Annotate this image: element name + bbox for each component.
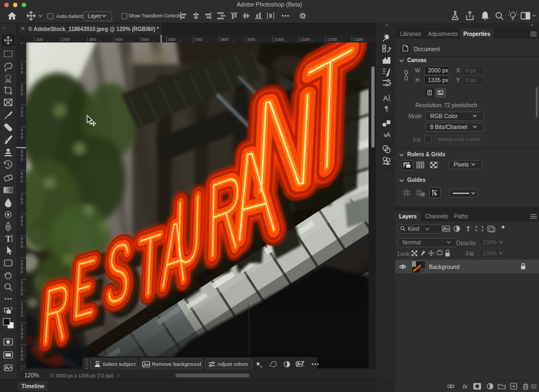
svg-text:0: 0 [21, 70, 23, 75]
svg-text:600: 600 [168, 37, 176, 42]
svg-text:fx: fx [463, 383, 468, 390]
svg-text:0: 0 [21, 200, 23, 205]
svg-text:Adjust colors: Adjust colors [217, 361, 248, 367]
svg-text:T: T [466, 225, 470, 233]
svg-text:900: 900 [248, 37, 255, 42]
svg-text:0: 0 [21, 270, 23, 274]
svg-text:1100: 1100 [301, 37, 310, 42]
svg-text:400: 400 [115, 37, 123, 42]
svg-text:0: 0 [21, 91, 23, 96]
svg-text:A: A [386, 131, 390, 139]
svg-text:0: 0 [21, 244, 23, 249]
svg-text:0: 0 [21, 335, 23, 340]
svg-text:0: 0 [21, 135, 23, 140]
svg-text:300: 300 [89, 37, 96, 42]
svg-text:T: T [5, 234, 11, 243]
svg-text:1200: 1200 [327, 37, 337, 42]
svg-text:0: 0 [21, 113, 23, 118]
svg-text:1000: 1000 [274, 37, 284, 42]
svg-text:Remove background: Remove background [152, 361, 201, 367]
svg-text:Select subject: Select subject [102, 361, 136, 367]
svg-text:200: 200 [63, 37, 70, 42]
svg-text:700: 700 [195, 37, 203, 42]
svg-text:0: 0 [21, 222, 23, 227]
svg-text:1300: 1300 [353, 37, 363, 42]
svg-text:500: 500 [142, 37, 150, 42]
svg-text:800: 800 [221, 37, 229, 42]
svg-text:¶: ¶ [385, 105, 389, 113]
svg-text:0: 0 [21, 179, 23, 183]
svg-text:0: 0 [21, 157, 23, 162]
svg-text:0: 0 [21, 291, 23, 296]
svg-text:0: 0 [21, 42, 23, 45]
svg-text:100: 100 [36, 37, 44, 42]
svg-text:0: 0 [21, 357, 23, 362]
svg-text:A: A [383, 94, 388, 102]
svg-text:0: 0 [21, 313, 23, 318]
